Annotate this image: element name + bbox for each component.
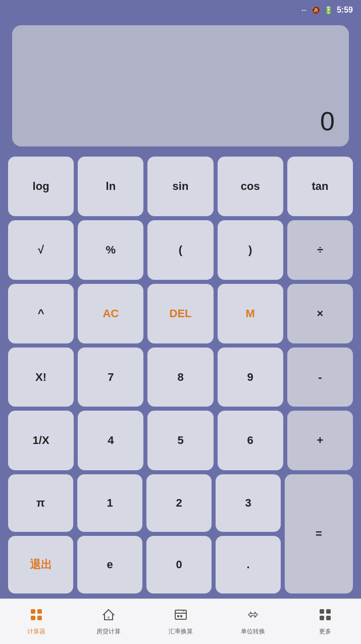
percent-button[interactable]: % [78, 220, 143, 280]
svg-rect-3 [37, 616, 42, 620]
exchange-nav-icon [174, 608, 188, 625]
sin-button[interactable]: sin [147, 157, 213, 216]
exit-button[interactable]: 退出 [8, 536, 73, 593]
svg-rect-2 [31, 616, 35, 620]
reciprocal-button[interactable]: 1/X [8, 411, 74, 470]
two-button[interactable]: 2 [146, 474, 212, 532]
ac-button[interactable]: AC [78, 284, 143, 343]
eight-button[interactable]: 8 [147, 348, 213, 407]
multiply-button[interactable]: × [287, 284, 353, 343]
memory-button[interactable]: M [218, 284, 283, 343]
seven-button[interactable]: 7 [78, 348, 143, 407]
ln-button[interactable]: ln [78, 157, 143, 216]
divide-button[interactable]: ÷ [287, 220, 353, 280]
calculator-nav-label: 计算器 [27, 627, 45, 636]
cos-button[interactable]: cos [218, 157, 283, 216]
svg-rect-5 [175, 610, 186, 619]
svg-rect-8 [180, 615, 182, 617]
zero-button[interactable]: 0 [146, 536, 212, 593]
connectivity-icon: ↔ [300, 6, 307, 14]
sound-icon: 🔕 [312, 6, 320, 14]
svg-rect-11 [320, 616, 324, 620]
pi-button[interactable]: π [8, 474, 73, 532]
status-bar: ↔ 🔕 🔋 5:59 [0, 0, 361, 20]
tan-button[interactable]: tan [287, 157, 353, 216]
svg-rect-9 [320, 609, 324, 614]
keypad: log ln sin cos tan √ % ( ) ÷ ^ AC DEL M … [0, 152, 361, 599]
more-nav-label: 更多 [319, 627, 331, 636]
subtract-button[interactable]: - [287, 348, 353, 407]
add-button[interactable]: + [287, 411, 353, 470]
sqrt-button[interactable]: √ [8, 220, 74, 280]
three-button[interactable]: 3 [216, 474, 281, 532]
calculator-nav-icon [29, 608, 43, 625]
mortgage-nav-label: 房贷计算 [96, 627, 121, 636]
mortgage-nav[interactable]: ¥ 房贷计算 [72, 608, 144, 636]
svg-text:¥: ¥ [107, 615, 110, 620]
more-nav-icon [318, 608, 332, 625]
nine-button[interactable]: 9 [218, 348, 283, 407]
unit-nav-icon [246, 608, 260, 625]
power-button[interactable]: ^ [8, 284, 74, 343]
log-button[interactable]: log [8, 157, 74, 216]
exchange-nav-label: 汇率换算 [169, 627, 193, 636]
one-button[interactable]: 1 [77, 474, 142, 532]
lparen-button[interactable]: ( [147, 220, 213, 280]
key-row-1: log ln sin cos tan [8, 157, 353, 216]
exchange-nav[interactable]: 汇率换算 [144, 608, 217, 636]
unit-nav-label: 单位转换 [241, 627, 265, 636]
key-row-7: 退出 e 0 . [8, 536, 281, 593]
svg-rect-0 [31, 609, 35, 614]
more-nav[interactable]: 更多 [289, 608, 361, 636]
calculator-nav[interactable]: 计算器 [0, 608, 72, 636]
display-area: 0 [12, 25, 349, 146]
display-value: 0 [320, 106, 335, 136]
mortgage-nav-icon: ¥ [101, 608, 116, 625]
five-button[interactable]: 5 [147, 411, 213, 470]
bottom-nav: 计算器 ¥ 房贷计算 汇率换算 单位转换 [0, 599, 361, 644]
six-button[interactable]: 6 [218, 411, 283, 470]
decimal-button[interactable]: . [216, 536, 281, 593]
key-row-2: √ % ( ) ÷ [8, 220, 353, 280]
svg-rect-12 [326, 616, 331, 620]
key-row-6: π 1 2 3 [8, 474, 281, 532]
unit-nav[interactable]: 单位转换 [217, 608, 289, 636]
equals-button[interactable]: = [285, 474, 353, 593]
four-button[interactable]: 4 [78, 411, 143, 470]
del-button[interactable]: DEL [147, 284, 213, 343]
euler-button[interactable]: e [77, 536, 142, 593]
battery-icon: 🔋 [324, 6, 333, 14]
svg-rect-10 [326, 609, 331, 614]
factorial-button[interactable]: X! [8, 348, 74, 407]
key-row-4: X! 7 8 9 - [8, 348, 353, 407]
key-row-67: π 1 2 3 退出 e 0 . = [8, 474, 353, 593]
status-time: 5:59 [337, 6, 353, 15]
key-row-5: 1/X 4 5 6 + [8, 411, 353, 470]
svg-rect-7 [177, 615, 179, 617]
rparen-button[interactable]: ) [218, 220, 283, 280]
key-row-3: ^ AC DEL M × [8, 284, 353, 343]
svg-rect-1 [37, 609, 42, 614]
